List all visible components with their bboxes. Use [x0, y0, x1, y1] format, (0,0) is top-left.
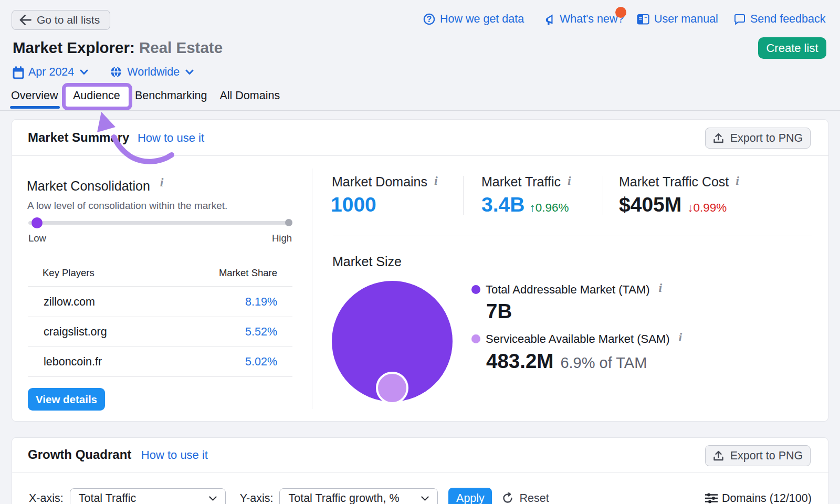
svg-text:?: ? — [427, 15, 432, 24]
